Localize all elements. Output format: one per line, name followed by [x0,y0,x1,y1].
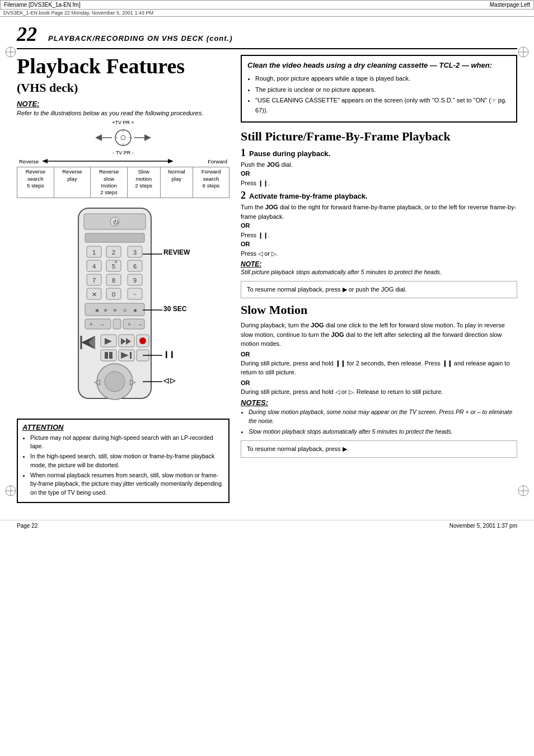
forward-label: Forward [208,158,227,165]
sec30-label: 30 SEC [163,305,186,313]
svg-text:0: 0 [112,291,115,298]
svg-rect-73 [105,352,108,359]
speed-reverse-play: Reverseplay [54,167,91,198]
svg-text:+: + [128,321,131,327]
book-info: DVS3EK_1-EN.book Page 22 Monday, Novembe… [3,10,153,16]
step1-row: 1 Pause during playback. [241,147,517,159]
svg-text:8: 8 [112,277,115,284]
main-heading: Playback Features [17,55,229,78]
right-column: Clean the video heads using a dry cleani… [241,55,517,503]
svg-point-9 [121,135,125,140]
svg-text:1: 1 [92,249,96,256]
svg-text:◁: ◁ [94,377,100,386]
left-column: Playback Features (VHS deck) NOTE: Refer… [17,55,229,503]
jog-wheel-area [17,126,229,149]
attention-list: Picture may not appear during high-speed… [22,434,224,497]
svg-text:4: 4 [92,263,96,270]
crosshair-bottom-left [4,485,17,499]
clean-title: Clean the video heads using a dry cleani… [247,60,510,71]
step1-press: Press ❙❙. [241,180,270,186]
svg-text:9: 9 [133,277,137,284]
step1-body: Push the JOG dial. OR Press ❙❙. [241,160,517,188]
still-note-text: Still picture playback stops automatical… [241,269,442,275]
svg-text:3: 3 [133,249,137,256]
page-title: PLAYBACK/RECORDING ON VHS DECK (cont.) [48,34,233,43]
step2-press2: Press ◁ or ▷. [241,250,278,257]
page-content: 22 PLAYBACK/RECORDING ON VHS DECK (cont.… [0,17,534,509]
svg-marker-15 [144,134,151,141]
crosshair-bottom-right [517,485,530,499]
clean-item-1: Rough, poor picture appears while a tape… [255,74,510,84]
review-label: REVIEW [163,248,190,256]
slow-body1: During playback, turn the JOG dial one c… [241,321,517,349]
svg-marker-18 [168,159,174,163]
two-column-layout: Playback Features (VHS deck) NOTE: Refer… [17,55,517,503]
direction-labels: Reverse Forward [17,158,229,165]
slow-notes-label: NOTES: [241,398,268,407]
svg-text:+: + [90,321,93,327]
speed-reverse-search: Reversesearch5 steps [17,167,54,198]
slow-resume-box: To resume normal playback, press ▶. [241,440,517,458]
speed-table: Reversesearch5 steps Reverseplay Reverse… [17,167,229,198]
svg-text:▷: ▷ [130,377,136,386]
speed-slow-motion: Slowmotion2 steps [127,167,160,198]
still-note-label: NOTE: [241,260,261,268]
svg-text:2: 2 [112,249,115,256]
diagram-container: +TV PR + [17,120,229,198]
footer-date: November 5, 2001 1:37 pm [449,523,517,529]
clean-item-2: The picture is unclear or no picture app… [255,85,510,95]
slow-motion-section: Slow Motion During playback, turn the JO… [241,303,517,458]
slow-motion-heading: Slow Motion [241,303,517,317]
jog-arrows-label: ◁ ▷ [163,377,175,384]
step2-press1: Press ❙❙. [241,232,270,238]
speed-reverse-slow: Reverseslowmotion2 steps [91,167,128,198]
attention-title: ATTENTION [22,423,224,431]
still-picture-heading: Still Picture/Frame-By-Frame Playback [241,129,517,144]
svg-rect-72 [101,350,116,361]
pause-symbol-label: ❙❙ [163,350,175,358]
svg-rect-58 [113,319,121,329]
footer-page: Page 22 [17,523,38,529]
slow-notes-list: During slow motion playback, some noise … [241,408,517,436]
step2-body: Turn the JOG dial to the right for forwa… [241,203,517,258]
step2-or1: OR [241,222,250,229]
svg-rect-55 [85,319,111,329]
svg-text:◉: ◉ [95,308,99,313]
svg-text:6: 6 [133,263,137,270]
masterpage-label: Masterpage:Left [490,2,530,8]
page-number: 22 [17,22,37,46]
slow-body2: During still picture, press and hold ❙❙ … [241,359,517,377]
svg-text:✕: ✕ [92,291,97,298]
svg-point-8 [115,130,131,145]
step1-or: OR [241,170,250,177]
crosshair-top-left [4,46,17,60]
svg-text:–: – [101,321,104,327]
slow-note-item-1: During slow motion playback, some noise … [249,408,517,426]
svg-marker-17 [42,159,48,163]
svg-text:⏻: ⏻ [113,219,119,225]
remote-illustration: ⏻ 1 2 3 4 [45,203,202,415]
slow-note-item-2: Slow motion playback stops automatically… [249,428,517,436]
step2-heading: Activate frame-by-frame playback. [249,192,368,200]
svg-rect-74 [109,352,113,359]
svg-marker-6 [95,134,102,141]
footer: Page 22 November 5, 2001 1:37 pm [0,520,534,531]
svg-text:⊕: ⊕ [104,308,107,313]
reverse-label: Reverse [19,158,39,165]
page-top: 22 PLAYBACK/RECORDING ON VHS DECK (cont.… [17,22,517,49]
speed-forward-search: Forwardsearch6 steps [193,167,229,198]
svg-text:◉: ◉ [133,308,137,313]
slow-notes-section: NOTES: During slow motion playback, some… [241,398,517,436]
clean-box: Clean the video heads using a dry cleani… [241,55,517,123]
sub-heading: (VHS deck) [17,81,229,95]
clean-list: Rough, poor picture appears while a tape… [247,74,510,115]
still-picture-section: Still Picture/Frame-By-Frame Playback 1 … [241,129,517,298]
step1-num: 1 [241,147,246,159]
step2-row: 2 Activate frame-by-frame playback. [241,190,517,201]
attention-item-3: When normal playback resumes from search… [30,471,224,497]
still-resume-box: To resume normal playback, press ▶ or pu… [241,281,517,298]
svg-text:⊙: ⊙ [123,308,127,313]
slow-or1: OR [241,351,517,358]
step2-num: 2 [241,190,246,201]
svg-rect-77 [130,352,132,359]
